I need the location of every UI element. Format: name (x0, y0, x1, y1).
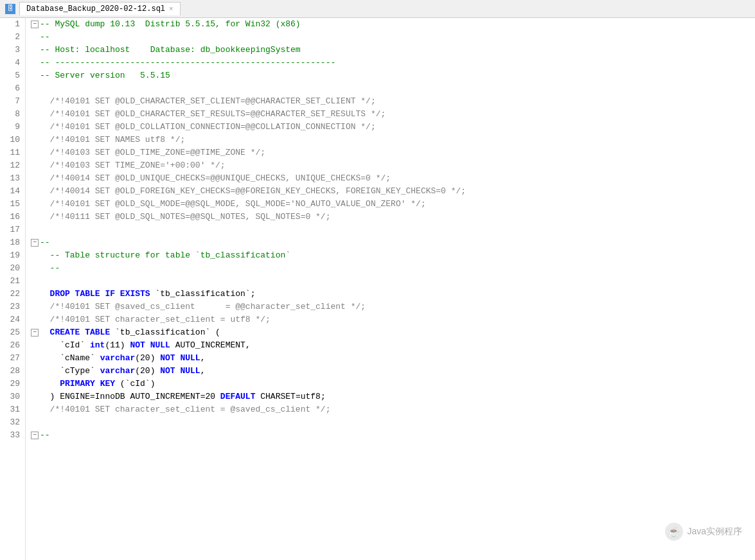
line-number: 1 (5, 18, 20, 31)
code-line: /*!40101 SET @OLD_COLLATION_CONNECTION=@… (31, 121, 750, 134)
code-token: ) ENGINE=InnoDB AUTO_INCREMENT=20 (40, 390, 220, 403)
code-token: `tb_classification` ( (110, 326, 220, 339)
code-token: NOT NULL (160, 365, 200, 378)
line-number: 6 (5, 82, 20, 95)
code-token: NOT NULL (130, 339, 170, 352)
line-number: 27 (5, 352, 20, 365)
line-number: 5 (5, 69, 20, 82)
code-token: (20) (135, 365, 160, 378)
code-line: -- Server version 5.5.15 (31, 69, 750, 82)
code-token: (11) (105, 339, 130, 352)
code-editor: 1234567891011121314151617181920212223242… (0, 18, 755, 560)
line-number: 30 (5, 390, 20, 403)
fold-marker[interactable]: − (31, 432, 39, 439)
code-line: /*!40101 SET @OLD_CHARACTER_SET_RESULTS=… (31, 108, 750, 121)
line-number: 8 (5, 108, 20, 121)
code-line (31, 416, 750, 429)
line-number: 31 (5, 403, 20, 416)
code-line: /*!40101 SET @saved_cs_client = @@charac… (31, 301, 750, 313)
line-number: 11 (5, 146, 20, 159)
code-line: /*!40103 SET TIME_ZONE='+00:00' */; (31, 159, 750, 172)
code-token (40, 378, 60, 390)
line-number: 7 (5, 95, 20, 108)
code-token: `cName` (40, 352, 100, 365)
code-line (31, 275, 750, 288)
file-tab[interactable]: Database_Backup_2020-02-12.sql × (19, 2, 181, 15)
code-line: `cType` varchar(20) NOT NULL, (31, 365, 750, 378)
line-number: 14 (5, 185, 20, 198)
line-number: 26 (5, 339, 20, 352)
code-line: -- -------------------------------------… (31, 57, 750, 69)
code-line: DROP TABLE IF EXISTS `tb_classification`… (31, 288, 750, 301)
line-number: 22 (5, 288, 20, 301)
code-token: /*!40101 SET character_set_client = utf8… (40, 313, 271, 326)
code-line: -- (31, 31, 750, 44)
code-token: /*!40111 SET @OLD_SQL_NOTES=@@SQL_NOTES,… (40, 211, 330, 223)
line-number: 29 (5, 378, 20, 390)
code-token: `cId` (40, 339, 90, 352)
code-line: /*!40111 SET @OLD_SQL_NOTES=@@SQL_NOTES,… (31, 211, 750, 223)
line-number: 17 (5, 223, 20, 236)
line-number: 13 (5, 172, 20, 185)
line-number: 4 (5, 57, 20, 69)
code-token: NOT NULL (160, 352, 200, 365)
code-line: /*!40101 SET @OLD_SQL_MODE=@@SQL_MODE, S… (31, 198, 750, 211)
line-number: 9 (5, 121, 20, 134)
code-line: −-- MySQL dump 10.13 Distrib 5.5.15, for… (31, 18, 750, 31)
code-token: -- Host: localhost Database: db_bookkeep… (40, 44, 301, 57)
fold-marker[interactable]: − (31, 21, 39, 28)
code-line: −-- (31, 429, 750, 442)
code-token: -- (40, 429, 50, 442)
code-token: PRIMARY KEY (60, 378, 115, 390)
code-token: /*!40103 SET @OLD_TIME_ZONE=@@TIME_ZONE … (40, 146, 265, 159)
code-line: −-- (31, 236, 750, 249)
code-area[interactable]: −-- MySQL dump 10.13 Distrib 5.5.15, for… (26, 18, 755, 560)
code-token: /*!40103 SET TIME_ZONE='+00:00' */; (40, 159, 226, 172)
code-line: ) ENGINE=InnoDB AUTO_INCREMENT=20 DEFAUL… (31, 390, 750, 403)
code-line: -- Host: localhost Database: db_bookkeep… (31, 44, 750, 57)
tab-close-button[interactable]: × (169, 5, 173, 13)
code-token: /*!40101 SET NAMES utf8 */; (40, 134, 185, 146)
code-token: varchar (100, 365, 136, 378)
code-line: /*!40014 SET @OLD_UNIQUE_CHECKS=@@UNIQUE… (31, 172, 750, 185)
line-number: 18 (5, 236, 20, 249)
fold-marker[interactable]: − (31, 239, 39, 247)
code-line: − CREATE TABLE `tb_classification` ( (31, 326, 750, 339)
code-line: -- Table structure for table `tb_classif… (31, 249, 750, 262)
code-token: /*!40101 SET character_set_client = @sav… (40, 403, 330, 416)
line-number: 16 (5, 211, 20, 223)
code-token: (20) (135, 352, 160, 365)
code-line: /*!40014 SET @OLD_FOREIGN_KEY_CHECKS=@@F… (31, 185, 750, 198)
line-number: 12 (5, 159, 20, 172)
code-token: -- MySQL dump 10.13 Distrib 5.5.15, for … (40, 18, 301, 31)
code-token: DEFAULT (220, 390, 256, 403)
code-token: -- (40, 236, 50, 249)
code-line: /*!40103 SET @OLD_TIME_ZONE=@@TIME_ZONE … (31, 146, 750, 159)
code-line: `cId` int(11) NOT NULL AUTO_INCREMENT, (31, 339, 750, 352)
code-token: /*!40101 SET @OLD_CHARACTER_SET_CLIENT=@… (40, 95, 376, 108)
code-token: /*!40101 SET @OLD_COLLATION_CONNECTION=@… (40, 121, 376, 134)
watermark-icon: ☕ (665, 523, 683, 541)
file-icon: 🗄 (5, 4, 15, 14)
code-token: /*!40101 SET @OLD_SQL_MODE=@@SQL_MODE, S… (40, 198, 426, 211)
code-token: /*!40101 SET @saved_cs_client = @@charac… (40, 301, 366, 313)
code-token: -- (40, 262, 60, 275)
code-token: varchar (100, 352, 136, 365)
code-token: CHARSET=utf8; (255, 390, 325, 403)
line-number: 32 (5, 416, 20, 429)
code-line: -- (31, 262, 750, 275)
code-line: `cName` varchar(20) NOT NULL, (31, 352, 750, 365)
code-token: /*!40101 SET @OLD_CHARACTER_SET_RESULTS=… (40, 108, 386, 121)
code-token (40, 326, 50, 339)
line-number: 28 (5, 365, 20, 378)
line-number: 33 (5, 429, 20, 442)
fold-marker[interactable]: − (31, 329, 39, 337)
line-number: 24 (5, 313, 20, 326)
watermark: ☕ Java实例程序 (665, 523, 742, 541)
line-number: 25 (5, 326, 20, 339)
line-number: 10 (5, 134, 20, 146)
code-token: int (90, 339, 105, 352)
line-number: 19 (5, 249, 20, 262)
code-token: -- Table structure for table `tb_classif… (40, 249, 290, 262)
code-line (31, 82, 750, 95)
